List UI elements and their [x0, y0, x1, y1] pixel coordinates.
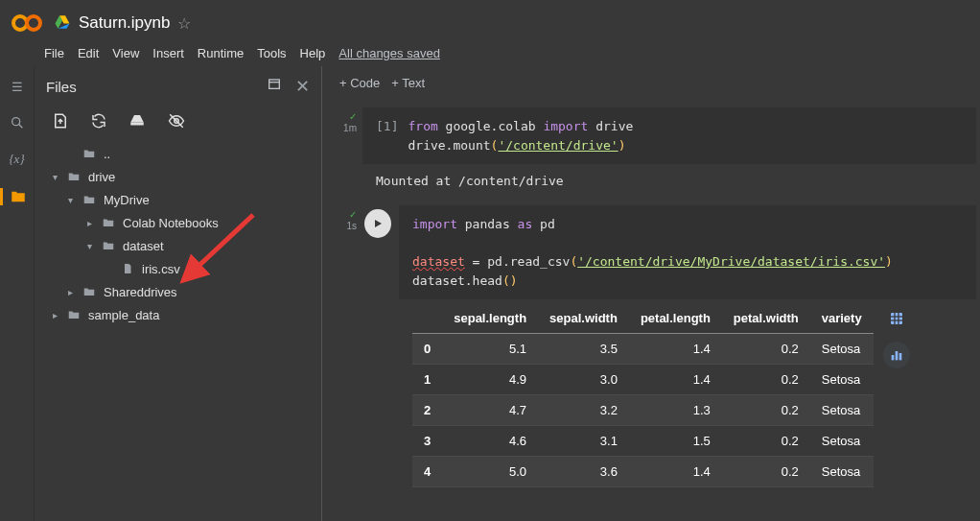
files-panel: Files ✕ .. ▾drive ▾MyDrive ▸Colab Notebo…: [35, 66, 322, 521]
cell2-code[interactable]: import pandas as pd dataset = pd.read_cs…: [399, 205, 976, 299]
table-row: 24.73.21.30.2Setosa: [412, 395, 874, 426]
svg-rect-7: [269, 80, 280, 88]
code-cell-2[interactable]: ✓ 1s import pandas as pd dataset = pd.re…: [322, 205, 976, 497]
tree-drive[interactable]: ▾drive: [50, 165, 310, 188]
svg-line-6: [18, 124, 22, 128]
menu-runtime[interactable]: Runtime: [198, 46, 244, 60]
hidden-files-icon[interactable]: [167, 112, 186, 132]
table-header: petal.width: [722, 303, 810, 334]
menu-help[interactable]: Help: [300, 46, 326, 60]
check-icon: ✓: [349, 209, 357, 220]
cell1-time: 1m: [343, 123, 357, 133]
app-header: Saturn.ipynb ☆: [0, 0, 980, 42]
new-window-icon[interactable]: [267, 76, 282, 97]
menu-view[interactable]: View: [112, 46, 139, 60]
close-icon[interactable]: ✕: [295, 76, 310, 97]
svg-point-0: [13, 16, 27, 30]
view-chart-icon[interactable]: [883, 342, 910, 368]
view-table-icon[interactable]: [883, 305, 910, 332]
tree-dataset[interactable]: ▾dataset: [50, 234, 310, 257]
dataframe-table: sepal.lengthsepal.widthpetal.lengthpetal…: [412, 303, 874, 487]
table-row: 34.63.11.50.2Setosa: [412, 426, 874, 457]
upload-icon[interactable]: [52, 112, 69, 132]
tree-iris-csv[interactable]: iris.csv: [50, 257, 310, 280]
table-row: 05.13.51.40.2Setosa: [412, 334, 874, 365]
table-header: [412, 303, 442, 334]
menu-file[interactable]: File: [44, 46, 64, 60]
table-header: sepal.width: [538, 303, 629, 334]
table-header: variety: [810, 303, 874, 334]
tree-shared[interactable]: ▸Shareddrives: [50, 280, 310, 303]
svg-marker-9: [130, 115, 144, 123]
add-code-button[interactable]: + Code: [339, 76, 380, 90]
files-panel-title: Files: [46, 79, 77, 95]
tree-mydrive[interactable]: ▾MyDrive: [50, 188, 310, 211]
tree-updir[interactable]: ..: [50, 142, 310, 165]
table-row: 45.03.61.40.2Setosa: [412, 457, 874, 487]
search-icon[interactable]: [0, 115, 34, 130]
menu-tools[interactable]: Tools: [257, 46, 286, 60]
cell1-output: Mounted at /content/drive: [362, 164, 976, 198]
save-status[interactable]: All changes saved: [338, 46, 440, 60]
run-cell-button[interactable]: [364, 209, 391, 238]
svg-rect-10: [130, 123, 144, 126]
check-icon: ✓: [349, 111, 357, 122]
notebook-toolbar: + Code + Text: [322, 66, 980, 100]
add-text-button[interactable]: + Text: [391, 76, 425, 90]
tree-sample[interactable]: ▸sample_data: [50, 303, 310, 326]
svg-rect-21: [898, 353, 901, 360]
mount-drive-icon[interactable]: [128, 112, 146, 132]
svg-rect-19: [891, 355, 894, 360]
menu-bar: File Edit View Insert Runtime Tools Help…: [0, 42, 980, 66]
refresh-icon[interactable]: [90, 112, 107, 132]
notebook-area: + Code + Text ✓ 1m [1] from google.colab…: [322, 66, 980, 521]
table-header: petal.length: [629, 303, 722, 334]
code-cell-1[interactable]: ✓ 1m [1] from google.colab import drive …: [322, 107, 976, 198]
left-rail: ☰ {x}: [0, 66, 35, 521]
svg-point-1: [27, 16, 40, 30]
variables-icon[interactable]: {x}: [0, 152, 34, 167]
cell1-prompt: [1]: [376, 117, 398, 136]
files-icon[interactable]: [0, 188, 34, 205]
cell1-code[interactable]: [1] from google.colab import drive drive…: [362, 107, 976, 164]
tree-colab[interactable]: ▸Colab Notebooks: [50, 211, 310, 234]
table-row: 14.93.01.40.2Setosa: [412, 365, 874, 395]
svg-rect-14: [891, 313, 902, 324]
cell2-time: 1s: [346, 221, 357, 231]
files-toolbar: [46, 97, 310, 142]
svg-marker-13: [375, 220, 382, 227]
colab-logo-icon: [10, 6, 44, 40]
notebook-title[interactable]: Saturn.ipynb: [79, 13, 170, 33]
file-tree: .. ▾drive ▾MyDrive ▸Colab Notebooks ▾dat…: [46, 142, 310, 326]
svg-rect-20: [895, 351, 898, 360]
cell2-output: sepal.lengthsepal.widthpetal.lengthpetal…: [399, 299, 976, 497]
menu-insert[interactable]: Insert: [152, 46, 184, 60]
google-drive-icon: [54, 13, 71, 34]
toc-icon[interactable]: ☰: [0, 80, 34, 94]
table-header: sepal.length: [442, 303, 538, 334]
menu-edit[interactable]: Edit: [78, 46, 99, 60]
star-icon[interactable]: ☆: [177, 14, 191, 33]
